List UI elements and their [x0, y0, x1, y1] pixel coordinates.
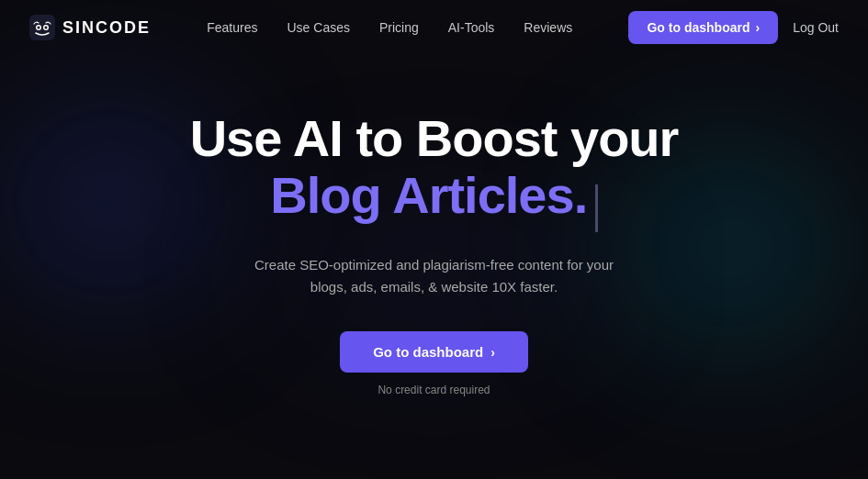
- no-credit-text: No credit card required: [378, 384, 490, 396]
- logo: SINCODE: [29, 15, 151, 40]
- nav-use-cases[interactable]: Use Cases: [287, 20, 350, 35]
- brand-name: SINCODE: [62, 18, 151, 38]
- nav-ai-tools[interactable]: AI-Tools: [448, 20, 495, 35]
- nav-features[interactable]: Features: [207, 20, 257, 35]
- hero-cursor: [595, 184, 598, 232]
- hero-title-line2: Blog Articles.: [270, 166, 587, 224]
- logout-button[interactable]: Log Out: [793, 20, 839, 35]
- svg-rect-0: [29, 15, 55, 40]
- svg-point-3: [38, 27, 40, 29]
- hero-title-line1: Use AI to Boost your: [190, 110, 679, 167]
- hero-title: Use AI to Boost your Blog Articles.: [190, 110, 679, 232]
- nav-links: Features Use Cases Pricing AI-Tools Revi…: [207, 20, 572, 35]
- dashboard-chevron: ›: [755, 20, 760, 35]
- nav-pricing[interactable]: Pricing: [379, 20, 419, 35]
- nav-dashboard-button[interactable]: Go to dashboard ›: [628, 11, 778, 44]
- hero-subtitle: Create SEO-optimized and plagiarism-free…: [242, 254, 627, 298]
- hero-section: Use AI to Boost your Blog Articles. Crea…: [0, 55, 868, 433]
- hero-dashboard-button[interactable]: Go to dashboard ›: [340, 331, 528, 373]
- navbar: SINCODE Features Use Cases Pricing AI-To…: [0, 0, 868, 55]
- hero-cta: Go to dashboard › No credit card require…: [340, 331, 528, 396]
- hero-title-line2-container: Blog Articles.: [190, 167, 679, 233]
- nav-actions: Go to dashboard › Log Out: [628, 11, 839, 44]
- nav-reviews[interactable]: Reviews: [524, 20, 572, 35]
- cta-chevron: ›: [490, 345, 495, 360]
- logo-icon: [29, 15, 55, 40]
- svg-point-4: [45, 27, 48, 29]
